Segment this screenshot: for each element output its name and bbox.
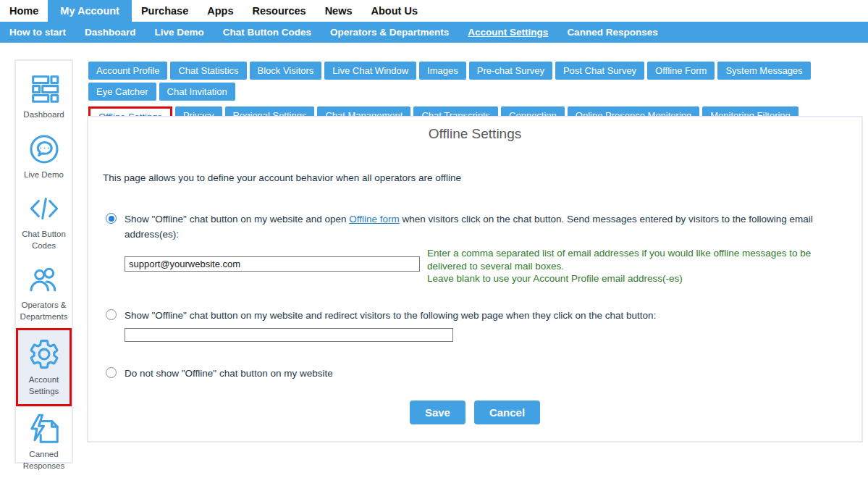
hide-button-option-label: Do not show "Offline" chat button on my … bbox=[125, 366, 333, 381]
nav-news[interactable]: News bbox=[316, 0, 362, 22]
dashboard-icon bbox=[26, 71, 62, 107]
nav-apps[interactable]: Apps bbox=[198, 0, 243, 22]
option-hide-button: Do not show "Offline" chat button on my … bbox=[106, 366, 333, 381]
subnav-how-to-start[interactable]: How to start bbox=[0, 22, 75, 43]
tab-live-chat-window[interactable]: Live Chat Window bbox=[324, 62, 416, 80]
subnav-dashboard[interactable]: Dashboard bbox=[75, 22, 146, 43]
redirect-radio[interactable] bbox=[106, 309, 117, 320]
tab-offline-form[interactable]: Offline Form bbox=[647, 62, 715, 80]
code-icon bbox=[26, 190, 62, 227]
tab-chat-invitation[interactable]: Chat Invitation bbox=[159, 83, 235, 101]
sidebar-item-live-demo[interactable]: Live Demo bbox=[16, 127, 72, 187]
offline-form-option-label: Show "Offline" chat button on my website… bbox=[125, 211, 833, 242]
lightning-page-icon bbox=[26, 411, 62, 447]
top-navigation: Home My Account Purchase Apps Resources … bbox=[0, 0, 868, 22]
cancel-button[interactable]: Cancel bbox=[474, 401, 540, 424]
tab-account-profile[interactable]: Account Profile bbox=[88, 62, 167, 80]
subnav-canned-responses[interactable]: Canned Responses bbox=[557, 22, 667, 43]
page-title: Offline Settings bbox=[88, 126, 861, 142]
subnav-account-settings[interactable]: Account Settings bbox=[458, 22, 557, 43]
account-sub-navigation: How to start Dashboard Live Demo Chat Bu… bbox=[0, 22, 868, 43]
subnav-operators-departments[interactable]: Operators & Departments bbox=[321, 22, 458, 43]
tab-row-1: Account Profile Chat Statistics Block Vi… bbox=[88, 62, 867, 104]
sidebar-item-label: Live Demo bbox=[24, 169, 64, 181]
sidebar-item-canned-responses[interactable]: Canned Responses bbox=[16, 406, 72, 477]
tab-block-visitors[interactable]: Block Visitors bbox=[250, 62, 322, 80]
email-helper-line-1: Enter a comma separated list of email ad… bbox=[427, 247, 830, 272]
users-icon bbox=[26, 261, 62, 298]
email-helper-line-2: Leave blank to use your Account Profile … bbox=[427, 272, 830, 285]
offline-form-radio[interactable] bbox=[106, 213, 117, 224]
nav-purchase[interactable]: Purchase bbox=[132, 0, 198, 22]
option-offline-form: Show "Offline" chat button on my website… bbox=[106, 211, 833, 242]
tab-chat-statistics[interactable]: Chat Statistics bbox=[170, 62, 246, 80]
nav-resources[interactable]: Resources bbox=[243, 0, 315, 22]
sidebar-item-label: Operators & Departments bbox=[17, 300, 71, 322]
tab-post-chat-survey[interactable]: Post Chat Survey bbox=[555, 62, 644, 80]
subnav-chat-button-codes[interactable]: Chat Button Codes bbox=[214, 22, 321, 43]
gear-icon bbox=[26, 336, 62, 372]
page-description: This page allows you to define your acco… bbox=[103, 172, 461, 183]
tab-images[interactable]: Images bbox=[419, 62, 466, 80]
sidebar-item-account-settings[interactable]: Account Settings bbox=[16, 328, 72, 406]
tab-pre-chat-survey[interactable]: Pre-chat Survey bbox=[469, 62, 552, 80]
offline-form-link[interactable]: Offline form bbox=[349, 214, 400, 225]
sidebar-item-dashboard[interactable]: Dashboard bbox=[16, 67, 72, 127]
option1-text-before: Show "Offline" chat button on my website… bbox=[125, 214, 349, 225]
redirect-option-label: Show "Offline" chat button on my website… bbox=[125, 308, 656, 323]
redirect-url-input[interactable] bbox=[125, 328, 453, 342]
nav-home[interactable]: Home bbox=[0, 0, 48, 22]
nav-my-account[interactable]: My Account bbox=[48, 0, 132, 22]
subnav-live-demo[interactable]: Live Demo bbox=[146, 22, 214, 43]
sidebar-item-chat-button-codes[interactable]: Chat Button Codes bbox=[16, 186, 72, 257]
sidebar-item-label: Account Settings bbox=[19, 374, 69, 397]
option-redirect: Show "Offline" chat button on my website… bbox=[106, 308, 656, 323]
nav-about-us[interactable]: About Us bbox=[362, 0, 427, 22]
sidebar-item-label: Canned Responses bbox=[17, 449, 71, 471]
sidebar: Dashboard Live Demo Chat Button Codes bbox=[14, 59, 73, 464]
button-row: Save Cancel bbox=[88, 401, 861, 424]
email-helper-text: Enter a comma separated list of email ad… bbox=[427, 247, 830, 285]
save-button[interactable]: Save bbox=[410, 401, 465, 424]
offline-settings-panel: Offline Settings This page allows you to… bbox=[87, 116, 863, 443]
hide-button-radio[interactable] bbox=[106, 367, 117, 378]
live-demo-icon bbox=[26, 131, 62, 167]
sidebar-item-operators-departments[interactable]: Operators & Departments bbox=[16, 257, 72, 328]
tab-eye-catcher[interactable]: Eye Catcher bbox=[88, 83, 156, 101]
tab-system-messages[interactable]: System Messages bbox=[717, 62, 810, 80]
sidebar-item-label: Chat Button Codes bbox=[17, 229, 71, 251]
offline-email-input[interactable] bbox=[125, 256, 420, 272]
sidebar-item-label: Dashboard bbox=[23, 109, 64, 121]
